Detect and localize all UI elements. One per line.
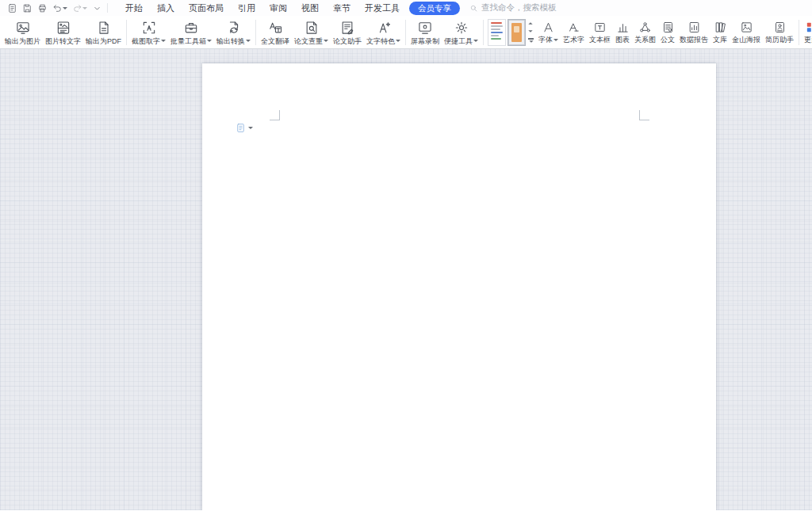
ribbon-button-image-to-text[interactable]: 图片转文字 xyxy=(43,18,83,47)
ribbon-button-export-image[interactable]: 输出为图片 xyxy=(2,18,43,47)
new-doc-button[interactable] xyxy=(6,2,19,14)
ribbon-group-separator xyxy=(483,20,484,45)
diagram-icon xyxy=(638,21,652,34)
dropdown-caret-icon xyxy=(246,40,251,42)
paper-check-icon xyxy=(304,20,320,36)
ribbon-button-library[interactable]: 文库 xyxy=(710,19,730,45)
label-text: 论文助手 xyxy=(333,37,362,45)
label-text: 批量工具箱 xyxy=(170,37,206,45)
label-text: 文字特色 xyxy=(366,37,395,45)
paste-options-icon xyxy=(236,123,246,133)
ribbon-button-translate[interactable]: 全文翻译 xyxy=(259,18,292,47)
ribbon-button-handy-tools[interactable]: 便捷工具 xyxy=(442,18,481,47)
translate-icon xyxy=(267,20,283,36)
tab-5[interactable]: 视图 xyxy=(294,2,326,15)
tab-1[interactable]: 插入 xyxy=(150,2,182,15)
gallery-expand-caret xyxy=(529,40,533,43)
chart-icon xyxy=(616,21,630,34)
ribbon-button-more-grid[interactable]: 更多 xyxy=(802,19,812,45)
ribbon-button-paper-check[interactable]: 论文查重 xyxy=(292,18,331,47)
label-text: 输出为PDF xyxy=(86,37,121,45)
thumb-line xyxy=(491,22,502,24)
ribbon-button-resume[interactable]: 简历助手 xyxy=(763,19,796,45)
tab-4[interactable]: 审阅 xyxy=(262,2,294,15)
command-search[interactable]: 查找命令，搜索模板 xyxy=(469,2,557,13)
document-page[interactable] xyxy=(202,63,716,510)
dropdown-caret-icon xyxy=(63,7,67,10)
thumb-line xyxy=(491,32,503,33)
ribbon-button-label: 关系图 xyxy=(634,36,656,44)
label-text: 截图取字 xyxy=(132,37,160,45)
ribbon-button-label: 批量工具箱 xyxy=(170,37,212,45)
ribbon-button-label: 论文查重 xyxy=(294,37,328,45)
ribbon-toolbar: 输出为图片图片转文字输出为PDF截图取字批量工具箱输出转换全文翻译论文查重论文助… xyxy=(0,16,812,49)
ribbon-button-label: 艺术字 xyxy=(563,36,584,44)
ribbon-button-label: 简历助手 xyxy=(765,36,794,44)
gallery-down-arrow[interactable] xyxy=(528,30,532,32)
poster-icon xyxy=(740,21,753,34)
tab-0[interactable]: 开始 xyxy=(118,2,150,15)
chevron-down-icon xyxy=(92,3,102,13)
label-text: 文本框 xyxy=(589,36,611,44)
undo-button[interactable] xyxy=(51,2,69,14)
ribbon-button-poster[interactable]: 金山海报 xyxy=(730,19,763,45)
paste-options-button[interactable] xyxy=(236,123,253,133)
label-text: 全文翻译 xyxy=(261,37,289,45)
ribbon-group-separator xyxy=(405,20,406,45)
gallery-scroll xyxy=(527,21,534,44)
ribbon-button-textbox[interactable]: 文本框 xyxy=(587,19,613,45)
image-to-text-icon xyxy=(56,20,71,36)
label-text: 公文 xyxy=(661,36,675,44)
gallery-thumbnail-1[interactable] xyxy=(488,19,506,46)
screenshot-ocr-icon xyxy=(141,20,157,36)
search-placeholder: 查找命令，搜索模板 xyxy=(481,2,557,13)
redo-button[interactable] xyxy=(71,2,89,14)
ribbon-button-data-report[interactable]: 数据报告 xyxy=(677,19,710,45)
tab-2[interactable]: 页面布局 xyxy=(182,2,231,15)
gallery-expand-button[interactable] xyxy=(528,38,534,43)
dropdown-caret-icon xyxy=(396,40,400,42)
gallery-up-arrow[interactable] xyxy=(528,22,532,25)
ribbon-group-separator xyxy=(799,20,799,45)
ribbon-button-screen-record[interactable]: 屏幕录制 xyxy=(408,18,442,47)
ribbon-button-label: 图片转文字 xyxy=(45,37,81,45)
ribbon-button-label: 文字特色 xyxy=(366,37,400,45)
ribbon-button-label: 论文助手 xyxy=(333,37,362,45)
dropdown-caret-icon xyxy=(473,40,478,42)
gallery-thumbnail-2[interactable] xyxy=(508,19,526,46)
label-text: 字体 xyxy=(538,36,553,44)
ribbon-button-paper-assistant[interactable]: 论文助手 xyxy=(331,18,364,47)
ribbon-button-diagram[interactable]: 关系图 xyxy=(632,19,658,45)
ribbon-button-font[interactable]: 字体 xyxy=(536,19,561,45)
ribbon-button-screenshot-ocr[interactable]: 截图取字 xyxy=(129,18,168,47)
label-text: 文库 xyxy=(713,36,727,44)
tab-3[interactable]: 引用 xyxy=(231,2,262,15)
label-text: 便捷工具 xyxy=(444,37,473,45)
resume-icon xyxy=(773,21,787,34)
label-text: 数据报告 xyxy=(680,36,708,44)
ribbon-button-label: 图表 xyxy=(615,36,630,44)
undo-icon xyxy=(52,3,63,13)
customize-quick-access-button[interactable] xyxy=(90,2,104,14)
ribbon-button-official-doc[interactable]: 公文 xyxy=(658,19,677,45)
label-text: 更多 xyxy=(804,36,812,44)
tab-6[interactable]: 章节 xyxy=(326,2,358,15)
label-text: 输出转换 xyxy=(216,37,245,45)
export-image-icon xyxy=(15,20,31,36)
gallery-expand-icon xyxy=(528,38,534,40)
ribbon-button-chart[interactable]: 图表 xyxy=(613,19,632,45)
ribbon-button-wordart[interactable]: 艺术字 xyxy=(561,19,587,45)
style-gallery xyxy=(488,17,534,48)
ribbon-button-batch-toolbox[interactable]: 批量工具箱 xyxy=(168,18,214,47)
ribbon-button-export-pdf[interactable]: 输出为PDF xyxy=(83,18,124,47)
print-button[interactable] xyxy=(36,2,49,14)
ribbon-button-output-convert[interactable]: 输出转换 xyxy=(214,18,253,47)
text-feature-icon xyxy=(376,20,392,36)
ribbon-button-label: 更多 xyxy=(804,36,812,44)
handy-tools-icon xyxy=(454,20,469,36)
ribbon-button-text-feature[interactable]: 文字特色 xyxy=(364,18,403,47)
tab-member[interactable]: 会员专享 xyxy=(409,2,460,15)
save-button[interactable] xyxy=(21,2,34,14)
output-convert-icon xyxy=(226,20,242,36)
tab-7[interactable]: 开发工具 xyxy=(358,2,407,15)
